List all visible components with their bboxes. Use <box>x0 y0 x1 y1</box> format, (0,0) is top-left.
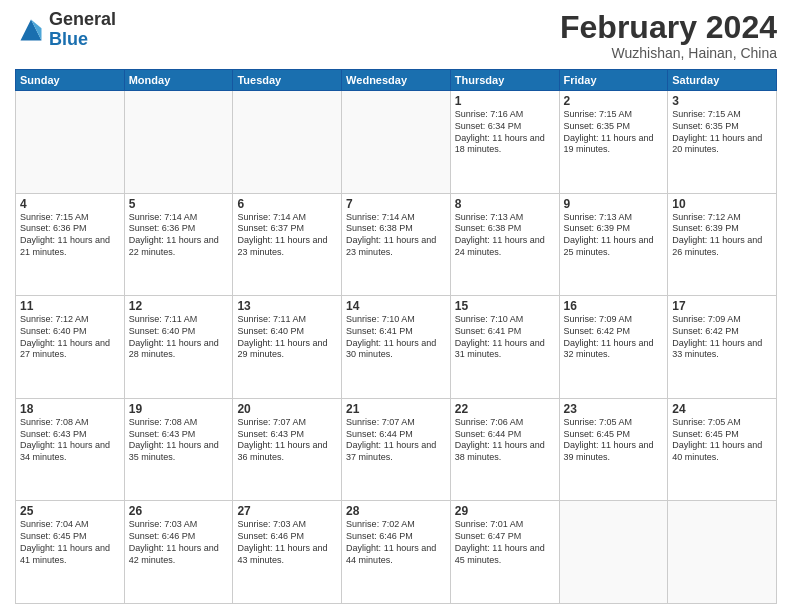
calendar-cell <box>559 501 668 604</box>
day-number: 24 <box>672 402 772 416</box>
calendar-cell: 21Sunrise: 7:07 AMSunset: 6:44 PMDayligh… <box>342 398 451 501</box>
calendar-cell: 20Sunrise: 7:07 AMSunset: 6:43 PMDayligh… <box>233 398 342 501</box>
day-number: 18 <box>20 402 120 416</box>
day-info: Sunrise: 7:15 AMSunset: 6:35 PMDaylight:… <box>672 109 772 156</box>
day-number: 21 <box>346 402 446 416</box>
calendar-cell <box>124 91 233 194</box>
col-header-thursday: Thursday <box>450 70 559 91</box>
day-number: 26 <box>129 504 229 518</box>
calendar-header-row: SundayMondayTuesdayWednesdayThursdayFrid… <box>16 70 777 91</box>
calendar-cell: 2Sunrise: 7:15 AMSunset: 6:35 PMDaylight… <box>559 91 668 194</box>
day-number: 14 <box>346 299 446 313</box>
day-number: 10 <box>672 197 772 211</box>
logo-icon <box>17 16 45 44</box>
day-info: Sunrise: 7:14 AMSunset: 6:36 PMDaylight:… <box>129 212 229 259</box>
day-info: Sunrise: 7:13 AMSunset: 6:38 PMDaylight:… <box>455 212 555 259</box>
calendar-week-row: 25Sunrise: 7:04 AMSunset: 6:45 PMDayligh… <box>16 501 777 604</box>
col-header-monday: Monday <box>124 70 233 91</box>
calendar-cell: 29Sunrise: 7:01 AMSunset: 6:47 PMDayligh… <box>450 501 559 604</box>
day-info: Sunrise: 7:14 AMSunset: 6:37 PMDaylight:… <box>237 212 337 259</box>
calendar-week-row: 11Sunrise: 7:12 AMSunset: 6:40 PMDayligh… <box>16 296 777 399</box>
calendar-week-row: 1Sunrise: 7:16 AMSunset: 6:34 PMDaylight… <box>16 91 777 194</box>
calendar-cell: 28Sunrise: 7:02 AMSunset: 6:46 PMDayligh… <box>342 501 451 604</box>
day-number: 28 <box>346 504 446 518</box>
calendar-cell: 15Sunrise: 7:10 AMSunset: 6:41 PMDayligh… <box>450 296 559 399</box>
calendar-cell: 1Sunrise: 7:16 AMSunset: 6:34 PMDaylight… <box>450 91 559 194</box>
logo: General Blue <box>15 10 116 50</box>
logo-text: General Blue <box>49 10 116 50</box>
col-header-tuesday: Tuesday <box>233 70 342 91</box>
day-number: 9 <box>564 197 664 211</box>
day-info: Sunrise: 7:12 AMSunset: 6:39 PMDaylight:… <box>672 212 772 259</box>
calendar-cell: 17Sunrise: 7:09 AMSunset: 6:42 PMDayligh… <box>668 296 777 399</box>
day-info: Sunrise: 7:05 AMSunset: 6:45 PMDaylight:… <box>564 417 664 464</box>
col-header-saturday: Saturday <box>668 70 777 91</box>
day-info: Sunrise: 7:09 AMSunset: 6:42 PMDaylight:… <box>672 314 772 361</box>
day-info: Sunrise: 7:07 AMSunset: 6:44 PMDaylight:… <box>346 417 446 464</box>
day-number: 25 <box>20 504 120 518</box>
calendar-cell: 16Sunrise: 7:09 AMSunset: 6:42 PMDayligh… <box>559 296 668 399</box>
title-block: February 2024 Wuzhishan, Hainan, China <box>560 10 777 61</box>
day-number: 5 <box>129 197 229 211</box>
day-info: Sunrise: 7:01 AMSunset: 6:47 PMDaylight:… <box>455 519 555 566</box>
calendar-cell: 7Sunrise: 7:14 AMSunset: 6:38 PMDaylight… <box>342 193 451 296</box>
day-info: Sunrise: 7:08 AMSunset: 6:43 PMDaylight:… <box>129 417 229 464</box>
calendar-cell: 5Sunrise: 7:14 AMSunset: 6:36 PMDaylight… <box>124 193 233 296</box>
day-number: 19 <box>129 402 229 416</box>
calendar-cell: 12Sunrise: 7:11 AMSunset: 6:40 PMDayligh… <box>124 296 233 399</box>
day-info: Sunrise: 7:02 AMSunset: 6:46 PMDaylight:… <box>346 519 446 566</box>
day-number: 22 <box>455 402 555 416</box>
day-info: Sunrise: 7:05 AMSunset: 6:45 PMDaylight:… <box>672 417 772 464</box>
day-number: 12 <box>129 299 229 313</box>
calendar-cell: 26Sunrise: 7:03 AMSunset: 6:46 PMDayligh… <box>124 501 233 604</box>
day-number: 29 <box>455 504 555 518</box>
day-number: 4 <box>20 197 120 211</box>
day-info: Sunrise: 7:11 AMSunset: 6:40 PMDaylight:… <box>129 314 229 361</box>
logo-blue-label: Blue <box>49 30 116 50</box>
calendar-cell <box>668 501 777 604</box>
calendar-week-row: 4Sunrise: 7:15 AMSunset: 6:36 PMDaylight… <box>16 193 777 296</box>
page: General Blue February 2024 Wuzhishan, Ha… <box>0 0 792 612</box>
calendar-cell: 6Sunrise: 7:14 AMSunset: 6:37 PMDaylight… <box>233 193 342 296</box>
calendar-cell: 10Sunrise: 7:12 AMSunset: 6:39 PMDayligh… <box>668 193 777 296</box>
day-number: 7 <box>346 197 446 211</box>
day-number: 6 <box>237 197 337 211</box>
calendar-cell: 25Sunrise: 7:04 AMSunset: 6:45 PMDayligh… <box>16 501 125 604</box>
day-number: 15 <box>455 299 555 313</box>
col-header-wednesday: Wednesday <box>342 70 451 91</box>
calendar-cell: 3Sunrise: 7:15 AMSunset: 6:35 PMDaylight… <box>668 91 777 194</box>
day-number: 8 <box>455 197 555 211</box>
day-info: Sunrise: 7:03 AMSunset: 6:46 PMDaylight:… <box>237 519 337 566</box>
day-info: Sunrise: 7:09 AMSunset: 6:42 PMDaylight:… <box>564 314 664 361</box>
calendar-cell: 24Sunrise: 7:05 AMSunset: 6:45 PMDayligh… <box>668 398 777 501</box>
day-number: 11 <box>20 299 120 313</box>
col-header-sunday: Sunday <box>16 70 125 91</box>
logo-general-label: General <box>49 10 116 30</box>
calendar-cell: 9Sunrise: 7:13 AMSunset: 6:39 PMDaylight… <box>559 193 668 296</box>
calendar-cell <box>233 91 342 194</box>
day-number: 17 <box>672 299 772 313</box>
day-info: Sunrise: 7:14 AMSunset: 6:38 PMDaylight:… <box>346 212 446 259</box>
day-info: Sunrise: 7:06 AMSunset: 6:44 PMDaylight:… <box>455 417 555 464</box>
day-info: Sunrise: 7:16 AMSunset: 6:34 PMDaylight:… <box>455 109 555 156</box>
day-info: Sunrise: 7:04 AMSunset: 6:45 PMDaylight:… <box>20 519 120 566</box>
day-number: 16 <box>564 299 664 313</box>
day-info: Sunrise: 7:07 AMSunset: 6:43 PMDaylight:… <box>237 417 337 464</box>
day-number: 3 <box>672 94 772 108</box>
day-info: Sunrise: 7:03 AMSunset: 6:46 PMDaylight:… <box>129 519 229 566</box>
calendar-cell: 19Sunrise: 7:08 AMSunset: 6:43 PMDayligh… <box>124 398 233 501</box>
calendar-cell: 8Sunrise: 7:13 AMSunset: 6:38 PMDaylight… <box>450 193 559 296</box>
day-number: 27 <box>237 504 337 518</box>
calendar-cell <box>16 91 125 194</box>
calendar-cell: 18Sunrise: 7:08 AMSunset: 6:43 PMDayligh… <box>16 398 125 501</box>
day-number: 23 <box>564 402 664 416</box>
day-number: 13 <box>237 299 337 313</box>
day-info: Sunrise: 7:15 AMSunset: 6:35 PMDaylight:… <box>564 109 664 156</box>
day-number: 20 <box>237 402 337 416</box>
day-info: Sunrise: 7:12 AMSunset: 6:40 PMDaylight:… <box>20 314 120 361</box>
col-header-friday: Friday <box>559 70 668 91</box>
header: General Blue February 2024 Wuzhishan, Ha… <box>15 10 777 61</box>
day-number: 1 <box>455 94 555 108</box>
calendar-cell <box>342 91 451 194</box>
calendar-cell: 11Sunrise: 7:12 AMSunset: 6:40 PMDayligh… <box>16 296 125 399</box>
